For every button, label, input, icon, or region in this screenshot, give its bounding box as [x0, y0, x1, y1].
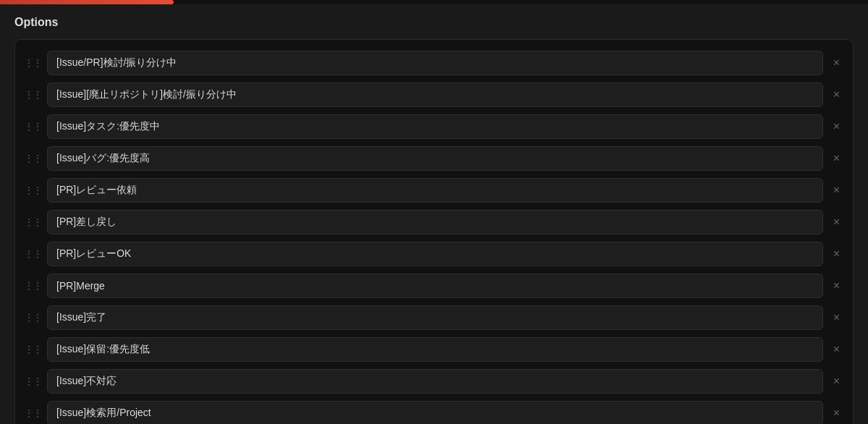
option-row: ⋮⋮× [15, 174, 853, 206]
drag-handle-icon[interactable]: ⋮⋮ [24, 57, 41, 69]
option-input[interactable] [47, 178, 823, 203]
drag-handle-icon[interactable]: ⋮⋮ [24, 153, 41, 164]
option-input[interactable] [47, 274, 823, 298]
option-row: ⋮⋮× [15, 206, 853, 238]
drag-handle-icon[interactable]: ⋮⋮ [24, 185, 41, 196]
option-row: ⋮⋮× [15, 365, 853, 397]
page-container: Options ⋮⋮×⋮⋮×⋮⋮×⋮⋮×⋮⋮×⋮⋮×⋮⋮×⋮⋮×⋮⋮×⋮⋮×⋮⋮… [0, 0, 868, 424]
remove-option-button[interactable]: × [829, 245, 844, 263]
progress-bar [0, 0, 174, 4]
option-input[interactable] [47, 146, 823, 171]
section-title: Options [14, 16, 854, 29]
option-input[interactable] [47, 305, 823, 330]
drag-handle-icon[interactable]: ⋮⋮ [24, 89, 41, 101]
option-row: ⋮⋮× [15, 79, 853, 111]
remove-option-button[interactable]: × [829, 213, 844, 231]
option-input[interactable] [47, 401, 823, 424]
option-input[interactable] [47, 337, 823, 362]
option-row: ⋮⋮× [15, 111, 853, 143]
drag-handle-icon[interactable]: ⋮⋮ [24, 280, 41, 292]
option-row: ⋮⋮× [15, 238, 853, 270]
remove-option-button[interactable]: × [829, 118, 844, 135]
option-row: ⋮⋮× [15, 397, 853, 424]
option-row: ⋮⋮× [15, 334, 853, 365]
remove-option-button[interactable]: × [829, 277, 844, 294]
remove-option-button[interactable]: × [829, 309, 844, 326]
remove-option-button[interactable]: × [829, 404, 844, 422]
main-content: Options ⋮⋮×⋮⋮×⋮⋮×⋮⋮×⋮⋮×⋮⋮×⋮⋮×⋮⋮×⋮⋮×⋮⋮×⋮⋮… [0, 4, 868, 424]
drag-handle-icon[interactable]: ⋮⋮ [24, 344, 41, 355]
drag-handle-icon[interactable]: ⋮⋮ [24, 407, 41, 419]
option-row: ⋮⋮× [15, 47, 853, 79]
option-input[interactable] [47, 369, 823, 394]
remove-option-button[interactable]: × [829, 341, 844, 358]
option-input[interactable] [47, 114, 823, 139]
option-row: ⋮⋮× [15, 270, 853, 302]
remove-option-button[interactable]: × [829, 150, 844, 167]
option-input[interactable] [47, 242, 823, 266]
remove-option-button[interactable]: × [829, 86, 844, 103]
option-input[interactable] [47, 210, 823, 234]
progress-bar-container [0, 0, 868, 4]
drag-handle-icon[interactable]: ⋮⋮ [24, 216, 41, 228]
option-row: ⋮⋮× [15, 143, 853, 174]
options-list: ⋮⋮×⋮⋮×⋮⋮×⋮⋮×⋮⋮×⋮⋮×⋮⋮×⋮⋮×⋮⋮×⋮⋮×⋮⋮×⋮⋮× [15, 47, 853, 424]
remove-option-button[interactable]: × [829, 373, 844, 390]
drag-handle-icon[interactable]: ⋮⋮ [24, 312, 41, 323]
remove-option-button[interactable]: × [829, 54, 844, 72]
drag-handle-icon[interactable]: ⋮⋮ [24, 121, 41, 132]
remove-option-button[interactable]: × [829, 182, 844, 199]
option-input[interactable] [47, 51, 823, 75]
option-input[interactable] [47, 82, 823, 107]
drag-handle-icon[interactable]: ⋮⋮ [24, 376, 41, 387]
drag-handle-icon[interactable]: ⋮⋮ [24, 248, 41, 260]
options-panel: ⋮⋮×⋮⋮×⋮⋮×⋮⋮×⋮⋮×⋮⋮×⋮⋮×⋮⋮×⋮⋮×⋮⋮×⋮⋮×⋮⋮× + A… [14, 39, 854, 424]
option-row: ⋮⋮× [15, 302, 853, 334]
